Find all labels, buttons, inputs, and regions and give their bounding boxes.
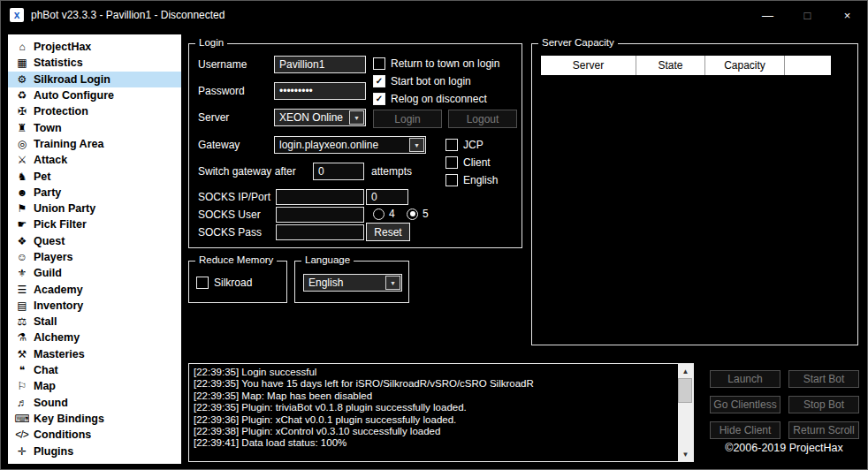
relog-on-disconnect-checkbox[interactable]: Relog on disconnect — [373, 93, 487, 105]
server-select-value: XEON Online — [279, 111, 348, 124]
start-bot-on-login-checkbox[interactable]: Start bot on login — [373, 75, 471, 87]
sidebar-item-party[interactable]: ☻ Party — [8, 185, 181, 201]
checkbox-label: English — [463, 174, 498, 186]
return-to-town-checkbox[interactable]: Return to town on login — [373, 57, 499, 70]
sidebar-item-label: Party — [34, 186, 61, 199]
scroll-up-icon[interactable]: ▲ — [678, 364, 693, 378]
sidebar-item-town[interactable]: ♜ Town — [8, 119, 181, 135]
sidebar-item-label: Chat — [34, 364, 58, 376]
sidebar-item-pick-filter[interactable]: ☛ Pick Filter — [8, 216, 181, 232]
silkroad-checkbox[interactable]: Silkroad — [196, 277, 252, 289]
socks-user-input[interactable] — [276, 207, 364, 223]
sidebar-item-label: Key Bindings — [34, 413, 104, 425]
sidebar-item-quest[interactable]: ❖ Quest — [8, 233, 181, 249]
radio-label: 5 — [423, 208, 429, 220]
server-capacity-groupbox: Server Capacity Server State Capacity — [531, 43, 858, 345]
sidebar-item-players[interactable]: ☺ Players — [8, 249, 181, 265]
sidebar-item-map[interactable]: ⚐ Map — [8, 378, 181, 394]
start-bot-button[interactable]: Start Bot — [788, 370, 859, 388]
client-checkbox[interactable]: Client — [445, 156, 491, 169]
checkbox-box — [196, 277, 209, 289]
sidebar-item-union-party[interactable]: ⚑ Union Party — [8, 201, 181, 216]
chat-icon: ❝ — [14, 364, 29, 376]
sidebar-item-pet[interactable]: ♞ Pet — [8, 168, 181, 184]
password-input[interactable] — [274, 82, 366, 100]
gateway-select[interactable]: login.playxeon.online ▼ — [274, 136, 426, 154]
username-input[interactable] — [274, 56, 366, 73]
sidebar-item-sound[interactable]: ♬ Sound — [8, 395, 181, 411]
sidebar-item-attack[interactable]: ⚔ Attack — [8, 152, 181, 168]
protection-icon: ✠ — [14, 105, 29, 118]
radio-label: 4 — [389, 208, 395, 220]
server-select[interactable]: XEON Online ▼ — [274, 109, 366, 126]
log-output[interactable]: [22:39:35] Login successful[22:39:35] Yo… — [188, 363, 694, 462]
sidebar-item-inventory[interactable]: ▤ Inventory — [8, 298, 181, 314]
go-clientless-button[interactable]: Go Clientless — [710, 396, 780, 413]
column-server[interactable]: Server — [541, 56, 636, 75]
sidebar-item-plugins[interactable]: ✛ Plugins — [8, 443, 181, 459]
return-scroll-button[interactable]: Return Scroll — [788, 421, 859, 439]
socks-version-5-radio[interactable]: 5 — [407, 208, 429, 220]
log-scrollbar[interactable]: ▲ ▼ — [678, 364, 693, 461]
switch-gateway-input[interactable] — [313, 163, 364, 180]
launch-button[interactable]: Launch — [710, 370, 780, 388]
sidebar-item-silkroad-login[interactable]: ⚙ Silkroad Login — [8, 72, 181, 87]
reset-button[interactable]: Reset — [366, 223, 410, 241]
scroll-thumb[interactable] — [678, 378, 692, 403]
pick-filter-icon: ☛ — [14, 218, 29, 231]
hide-client-button[interactable]: Hide Client — [710, 421, 780, 439]
sidebar-item-stall[interactable]: ⚖ Stall — [8, 314, 181, 330]
checkbox-label: Start bot on login — [391, 75, 471, 87]
stop-bot-button[interactable]: Stop Bot — [788, 396, 859, 413]
minimize-button[interactable]: — — [748, 1, 788, 29]
log-line: [22:39:41] Data load status: 100% — [194, 437, 675, 449]
sidebar-item-auto-configure[interactable]: ♻ Auto Configure — [8, 87, 181, 103]
socks-version-4-radio[interactable]: 4 — [373, 208, 395, 220]
login-button[interactable]: Login — [373, 110, 442, 128]
maximize-button[interactable]: □ — [788, 1, 827, 29]
sidebar-item-masteries[interactable]: ⚒ Masteries — [8, 346, 181, 362]
sidebar-item-label: Statistics — [34, 57, 83, 69]
reduce-memory-groupbox: Reduce Memory Silkroad — [188, 261, 287, 303]
chevron-down-icon: ▼ — [409, 138, 424, 152]
sidebar-item-alchemy[interactable]: ⚗ Alchemy — [8, 330, 181, 345]
sidebar-item-label: Auto Configure — [34, 89, 114, 102]
sidebar-item-guild[interactable]: ⚜ Guild — [8, 265, 181, 281]
sidebar-item-label: Map — [34, 380, 56, 392]
logout-button[interactable]: Logout — [448, 110, 517, 128]
close-button[interactable]: × — [827, 1, 867, 29]
sidebar-item-key-bindings[interactable]: ⌨ Key Bindings — [8, 411, 181, 427]
sidebar-item-label: ProjectHax — [34, 41, 91, 53]
window-controls: — □ × — [748, 1, 867, 29]
silkroad-login-icon: ⚙ — [14, 73, 29, 86]
sidebar-item-training-area[interactable]: ◎ Training Area — [8, 136, 181, 152]
party-icon: ☻ — [14, 186, 29, 199]
sidebar-item-label: Inventory — [34, 299, 83, 312]
sidebar-item-projecthax[interactable]: ⌂ ProjectHax — [8, 39, 181, 55]
log-line: [22:39:35] Map: Map has been disabled — [194, 390, 675, 402]
english-checkbox[interactable]: English — [445, 174, 498, 186]
jcp-checkbox[interactable]: JCP — [445, 139, 483, 151]
server-capacity-table-header: Server State Capacity — [541, 56, 831, 75]
column-state[interactable]: State — [636, 56, 705, 75]
sidebar-item-conditions[interactable]: </> Conditions — [8, 427, 181, 443]
login-groupbox-title: Login — [195, 37, 227, 48]
checkbox-label: JCP — [463, 139, 483, 151]
sidebar-item-academy[interactable]: ☰ Academy — [8, 281, 181, 297]
radio-circle — [407, 208, 418, 220]
attack-icon: ⚔ — [14, 154, 29, 166]
sidebar-item-statistics[interactable]: ▦ Statistics — [8, 55, 181, 71]
socks-port-input[interactable] — [366, 189, 408, 205]
socks-ip-input[interactable] — [276, 189, 364, 205]
scroll-down-icon[interactable]: ▼ — [678, 447, 693, 461]
sidebar-item-label: Conditions — [34, 428, 91, 441]
column-stub — [785, 56, 831, 75]
language-select[interactable]: English ▼ — [303, 274, 402, 292]
socks-pass-input[interactable] — [276, 224, 364, 240]
projecthax-icon: ⌂ — [14, 41, 29, 53]
town-icon: ♜ — [14, 122, 29, 134]
sidebar-item-chat[interactable]: ❝ Chat — [8, 362, 181, 378]
checkbox-label: Silkroad — [214, 277, 252, 289]
sidebar-item-protection[interactable]: ✠ Protection — [8, 103, 181, 119]
column-capacity[interactable]: Capacity — [705, 56, 785, 75]
